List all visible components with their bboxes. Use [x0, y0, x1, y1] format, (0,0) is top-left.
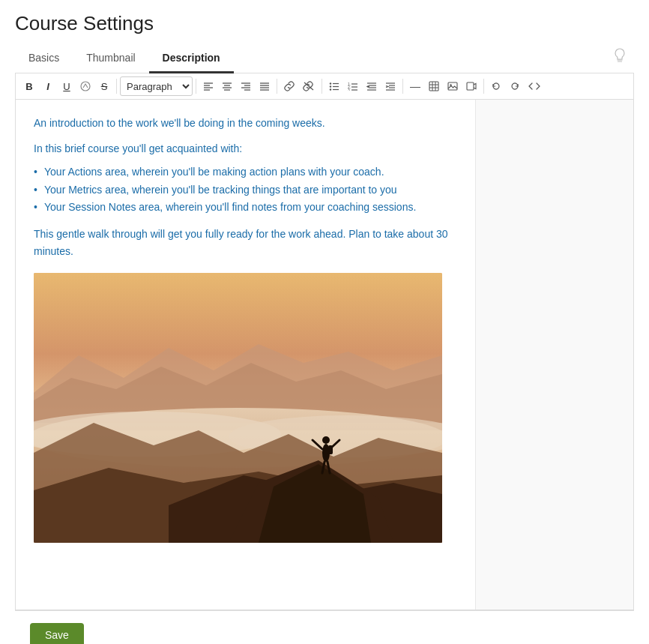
content-image	[34, 273, 442, 543]
editor-sidebar	[476, 100, 633, 610]
list-item-1: Your Actions area, wherein you'll be mak…	[34, 163, 457, 181]
editor-wrapper: B I U S Paragraph Heading 1 Heading 2 He…	[15, 73, 634, 610]
content-list: Your Actions area, wherein you'll be mak…	[34, 163, 457, 217]
toolbar-sep-6	[483, 79, 484, 94]
tab-thumbnail[interactable]: Thumbnail	[73, 46, 148, 73]
align-right-button[interactable]	[237, 76, 255, 96]
svg-rect-38	[429, 82, 438, 91]
toolbar-sep-3	[277, 79, 277, 94]
tabs-bar: Basics Thumbnail Description	[15, 46, 634, 73]
svg-point-58	[322, 436, 330, 444]
align-center-button[interactable]	[218, 76, 236, 96]
indent-less-button[interactable]	[363, 76, 381, 96]
page-title: Course Settings	[15, 12, 634, 35]
list-item-2: Your Metrics area, wherein you'll be tra…	[34, 181, 457, 199]
footer-bar: Save	[15, 610, 634, 644]
svg-rect-45	[467, 82, 474, 90]
align-left-button[interactable]	[199, 76, 217, 96]
editor-body: An introduction to the work we'll be doi…	[16, 100, 633, 610]
unordered-list-button[interactable]	[325, 76, 343, 96]
table-button[interactable]	[425, 76, 443, 96]
editor-content[interactable]: An introduction to the work we'll be doi…	[16, 100, 476, 610]
image-button[interactable]	[444, 76, 462, 96]
hint-icon	[613, 48, 627, 67]
hr-button[interactable]: —	[406, 76, 424, 96]
svg-point-22	[330, 88, 331, 90]
svg-point-20	[330, 85, 331, 87]
svg-rect-63	[328, 445, 333, 454]
video-button[interactable]	[462, 76, 480, 96]
bold-button[interactable]: B	[20, 76, 38, 96]
svg-point-0	[81, 82, 90, 91]
save-button[interactable]: Save	[30, 623, 84, 644]
tab-description[interactable]: Description	[149, 46, 234, 73]
svg-point-18	[330, 82, 331, 84]
indent-more-button[interactable]	[381, 76, 399, 96]
link-button[interactable]	[280, 76, 298, 96]
strikethrough-button[interactable]: S	[95, 76, 113, 96]
content-paragraph-2: In this brief course you'll get acquaint…	[34, 140, 457, 157]
redo-button[interactable]	[506, 76, 524, 96]
content-image-container	[34, 273, 457, 543]
format-select[interactable]: Paragraph Heading 1 Heading 2 Heading 3 …	[120, 76, 193, 96]
toolbar-sep-2	[196, 79, 196, 94]
align-justify-button[interactable]	[256, 76, 274, 96]
content-paragraph-1: An introduction to the work we'll be doi…	[34, 115, 457, 131]
ordered-list-button[interactable]: 1.2.3.	[344, 76, 362, 96]
underline-button[interactable]: U	[58, 76, 76, 96]
tab-basics[interactable]: Basics	[15, 46, 73, 73]
italic-button[interactable]: I	[39, 76, 57, 96]
color-button[interactable]	[76, 76, 94, 96]
unlink-button[interactable]	[299, 76, 319, 96]
code-button[interactable]	[525, 76, 544, 96]
list-item-3: Your Session Notes area, wherein you'll …	[34, 199, 457, 217]
toolbar-sep-1	[116, 79, 117, 94]
toolbar-sep-4	[322, 79, 322, 94]
toolbar: B I U S Paragraph Heading 1 Heading 2 He…	[16, 73, 633, 100]
toolbar-sep-5	[402, 79, 403, 94]
content-paragraph-3: This gentle walk through will get you fu…	[34, 226, 457, 259]
svg-text:3.: 3.	[348, 88, 351, 91]
svg-rect-43	[448, 82, 457, 90]
page-container: Course Settings Basics Thumbnail Descrip…	[0, 0, 649, 644]
undo-button[interactable]	[487, 76, 505, 96]
